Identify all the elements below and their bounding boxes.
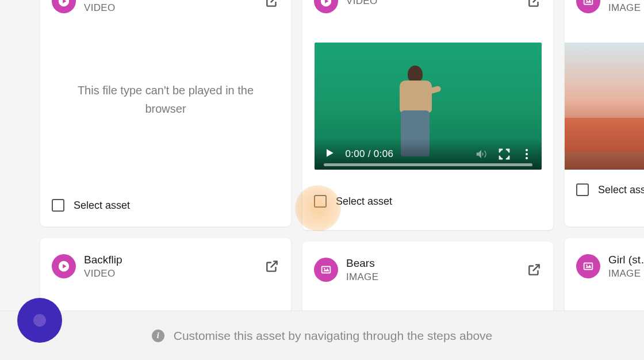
card-footer: Select asset — [302, 170, 553, 223]
asset-grid: Bears VIDEO This file type can't be play… — [40, 0, 644, 316]
select-asset-checkbox[interactable] — [52, 199, 64, 212]
asset-card: Backflip VIDEO — [40, 238, 291, 313]
card-header: VIDEO — [302, 0, 553, 14]
info-message: Customise this asset by navigating throu… — [174, 329, 493, 343]
select-asset-checkbox[interactable] — [314, 195, 327, 208]
video-type-icon — [314, 0, 338, 13]
more-options-icon[interactable] — [521, 149, 532, 159]
unsupported-preview: This file type can't be played in the br… — [40, 14, 291, 185]
video-time: 0:00 / 0:06 — [346, 148, 394, 160]
play-button-icon[interactable] — [324, 147, 335, 161]
card-footer: Select asset — [40, 185, 291, 227]
asset-type-label: IMAGE — [608, 267, 644, 280]
select-asset-label[interactable]: Select asset — [336, 196, 392, 208]
asset-title: Bears — [346, 256, 378, 271]
card-header: Bears VIDEO — [40, 0, 291, 14]
asset-card: VIDEO — [302, 0, 553, 230]
video-preview: 0:00 / 0:06 — [302, 14, 553, 170]
asset-title: Backflip — [84, 253, 122, 267]
floating-action-button[interactable] — [17, 298, 62, 343]
select-asset-checkbox[interactable] — [576, 183, 589, 196]
image-type-icon — [314, 258, 338, 282]
asset-card: Bears IMAGE — [302, 242, 553, 316]
video-progress-bar[interactable] — [324, 163, 532, 166]
open-external-icon[interactable] — [264, 0, 279, 9]
image-type-icon — [576, 254, 600, 278]
svg-point-1 — [324, 268, 325, 269]
select-asset-label[interactable]: Select asse — [598, 184, 644, 196]
video-type-icon — [52, 0, 76, 13]
info-footer: i Customise this asset by navigating thr… — [0, 311, 644, 360]
open-external-icon[interactable] — [527, 262, 542, 277]
select-asset-label[interactable]: Select asset — [74, 200, 130, 212]
card-header: Girl (st… IMAGE — [565, 238, 644, 287]
open-external-icon[interactable] — [264, 259, 279, 274]
video-player[interactable]: 0:00 / 0:06 — [315, 43, 542, 170]
image-preview — [565, 43, 644, 170]
unsupported-message: This file type can't be played in the br… — [69, 81, 262, 118]
asset-title: Girl (st… — [608, 253, 644, 267]
asset-card: Girl (st… IMAGE — [565, 238, 644, 313]
card-header: Backflip VIDEO — [40, 238, 291, 287]
image-type-icon — [576, 0, 600, 13]
asset-type-label: VIDEO — [84, 267, 122, 280]
asset-type-label: IMAGE — [346, 271, 378, 284]
info-icon: i — [152, 330, 164, 342]
open-external-icon[interactable] — [527, 0, 542, 9]
card-header: Backfl… IMAGE — [565, 0, 644, 14]
asset-card: Bears VIDEO This file type can't be play… — [40, 0, 291, 227]
asset-type-label: VIDEO — [346, 0, 377, 7]
card-header: Bears IMAGE — [302, 242, 553, 290]
fullscreen-icon[interactable] — [498, 148, 511, 160]
asset-card: Backfl… IMAGE Select asse — [565, 0, 644, 227]
asset-type-label: IMAGE — [608, 2, 644, 14]
volume-icon[interactable] — [475, 148, 488, 160]
video-type-icon — [52, 254, 76, 278]
card-footer: Select asse — [565, 170, 644, 211]
asset-type-label: VIDEO — [84, 2, 115, 14]
svg-point-5 — [586, 265, 587, 266]
